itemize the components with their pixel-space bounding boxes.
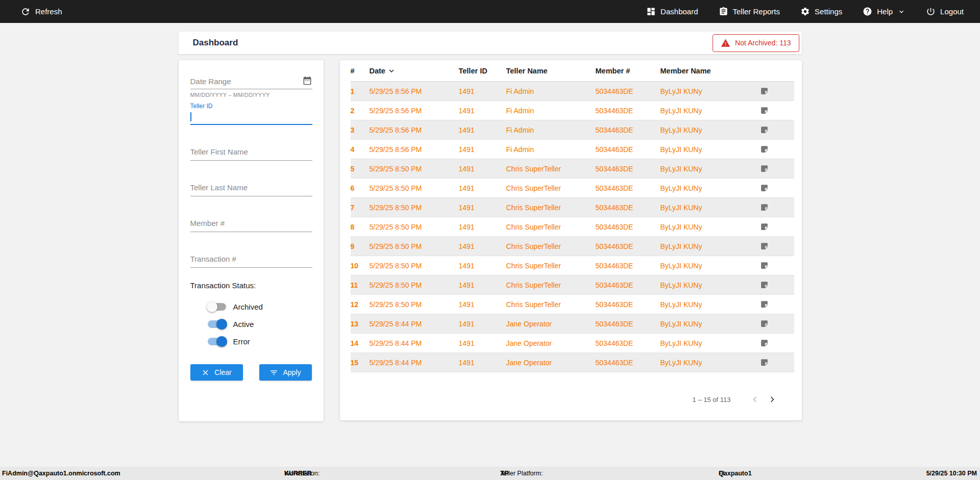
date-range-field[interactable] bbox=[190, 75, 312, 89]
note-icon[interactable] bbox=[760, 87, 769, 95]
note-icon[interactable] bbox=[760, 300, 769, 309]
note-icon[interactable] bbox=[760, 145, 769, 154]
chevron-right-icon bbox=[767, 394, 778, 405]
current-datetime: 5/29/25 10:30 PM bbox=[926, 470, 977, 477]
nav-dashboard-label: Dashboard bbox=[660, 7, 698, 16]
nav-logout[interactable]: Logout bbox=[926, 7, 964, 16]
column-header-date[interactable]: Date bbox=[370, 66, 459, 75]
row-member-name: ByLyJI KUNy bbox=[660, 359, 760, 367]
row-teller-name: Chris SuperTeller bbox=[506, 300, 596, 309]
member-number-field[interactable] bbox=[190, 219, 312, 232]
table-row[interactable]: 9 5/29/25 8:50 PM 1491 Chris SuperTeller… bbox=[351, 237, 794, 256]
row-member-name: ByLyJI KUNy bbox=[660, 223, 760, 231]
nav-help[interactable]: Help bbox=[863, 7, 905, 16]
note-icon[interactable] bbox=[760, 184, 769, 192]
nav-teller-reports[interactable]: Teller Reports bbox=[719, 7, 780, 16]
status-bar: FiAdmin@Qaxpauto1.onmicrosoft.com Workst… bbox=[0, 467, 980, 480]
table-row[interactable]: 10 5/29/25 8:50 PM 1491 Chris SuperTelle… bbox=[351, 256, 794, 275]
note-icon[interactable] bbox=[760, 164, 769, 173]
note-icon[interactable] bbox=[760, 358, 769, 367]
transaction-number-input[interactable] bbox=[190, 255, 312, 263]
table-header-row: # Date Teller ID Teller Name Member # Me… bbox=[351, 60, 794, 82]
row-date: 5/29/25 8:56 PM bbox=[370, 107, 459, 115]
status-toggle[interactable]: Active bbox=[208, 315, 312, 333]
row-teller-id: 1491 bbox=[459, 320, 506, 328]
chevron-down-icon bbox=[897, 8, 905, 16]
row-member-name: ByLyJI KUNy bbox=[660, 145, 760, 154]
clipboard-icon bbox=[719, 7, 728, 16]
row-teller-id: 1491 bbox=[459, 126, 506, 134]
table-row[interactable]: 4 5/29/25 8:56 PM 1491 Fi Admin 5034463D… bbox=[351, 140, 794, 159]
toggle-switch[interactable] bbox=[208, 303, 226, 311]
row-teller-name: Chris SuperTeller bbox=[506, 281, 596, 289]
table-row[interactable]: 6 5/29/25 8:50 PM 1491 Chris SuperTeller… bbox=[351, 179, 794, 198]
date-range-input[interactable] bbox=[190, 77, 298, 86]
status-toggle[interactable]: Error bbox=[208, 333, 312, 350]
row-teller-id: 1491 bbox=[459, 145, 506, 154]
row-member-num: 5034463DE bbox=[596, 242, 660, 250]
note-icon[interactable] bbox=[760, 106, 769, 115]
apply-button[interactable]: Apply bbox=[259, 364, 312, 381]
table-row[interactable]: 15 5/29/25 8:44 PM 1491 Jane Operator 50… bbox=[351, 353, 794, 372]
help-icon bbox=[863, 7, 872, 16]
table-row[interactable]: 2 5/29/25 8:56 PM 1491 Fi Admin 5034463D… bbox=[351, 101, 794, 120]
sort-descending-icon bbox=[387, 66, 396, 75]
member-number-input[interactable] bbox=[190, 219, 312, 228]
warning-icon bbox=[721, 38, 730, 48]
teller-last-name-field[interactable] bbox=[190, 183, 312, 196]
row-number: 9 bbox=[351, 242, 370, 250]
table-row[interactable]: 11 5/29/25 8:50 PM 1491 Chris SuperTelle… bbox=[351, 275, 794, 295]
row-number: 7 bbox=[351, 204, 370, 212]
next-page-button[interactable] bbox=[764, 391, 781, 408]
table-row[interactable]: 7 5/29/25 8:50 PM 1491 Chris SuperTeller… bbox=[351, 198, 794, 217]
row-member-num: 5034463DE bbox=[596, 165, 660, 173]
teller-first-name-input[interactable] bbox=[190, 147, 312, 156]
note-icon[interactable] bbox=[760, 203, 769, 212]
transaction-number-field[interactable] bbox=[190, 255, 312, 268]
row-teller-name: Chris SuperTeller bbox=[506, 223, 596, 231]
toggle-switch[interactable] bbox=[208, 338, 226, 345]
status-toggles: Archived Active Error bbox=[190, 298, 312, 350]
teller-first-name-field[interactable] bbox=[190, 147, 312, 161]
table-row[interactable]: 5 5/29/25 8:50 PM 1491 Chris SuperTeller… bbox=[351, 159, 794, 179]
toggle-switch[interactable] bbox=[208, 320, 226, 328]
table-row[interactable]: 14 5/29/25 8:44 PM 1491 Jane Operator 50… bbox=[351, 334, 794, 353]
row-date: 5/29/25 8:50 PM bbox=[370, 242, 459, 250]
row-number: 6 bbox=[351, 184, 370, 192]
note-icon[interactable] bbox=[760, 319, 769, 328]
column-header-member-num: Member # bbox=[596, 67, 660, 75]
row-member-name: ByLyJI KUNy bbox=[660, 262, 760, 270]
note-icon[interactable] bbox=[760, 261, 769, 270]
calendar-icon[interactable] bbox=[302, 75, 312, 86]
note-icon[interactable] bbox=[760, 125, 769, 134]
table-row[interactable]: 13 5/29/25 8:44 PM 1491 Jane Operator 50… bbox=[351, 314, 794, 334]
row-number: 2 bbox=[351, 107, 370, 115]
teller-id-field[interactable] bbox=[190, 110, 312, 125]
note-icon[interactable] bbox=[760, 222, 769, 231]
previous-page-button[interactable] bbox=[746, 391, 764, 408]
nav-settings[interactable]: Settings bbox=[800, 7, 842, 16]
teller-last-name-input[interactable] bbox=[190, 183, 312, 192]
close-icon bbox=[201, 368, 210, 377]
note-icon[interactable] bbox=[760, 339, 769, 347]
status-toggle[interactable]: Archived bbox=[208, 298, 312, 315]
not-archived-badge[interactable]: Not Archived: 113 bbox=[713, 34, 799, 52]
filter-icon bbox=[270, 368, 278, 377]
fi-value: Qaxpauto1 bbox=[719, 470, 752, 477]
row-number: 10 bbox=[351, 262, 370, 270]
row-member-num: 5034463DE bbox=[596, 204, 660, 212]
nav-dashboard[interactable]: Dashboard bbox=[646, 7, 698, 16]
table-row[interactable]: 3 5/29/25 8:56 PM 1491 Fi Admin 5034463D… bbox=[351, 120, 794, 140]
table-row[interactable]: 1 5/29/25 8:56 PM 1491 Fi Admin 5034463D… bbox=[351, 82, 794, 101]
not-archived-badge-label: Not Archived: 113 bbox=[735, 39, 791, 47]
table-row[interactable]: 12 5/29/25 8:50 PM 1491 Chris SuperTelle… bbox=[351, 295, 794, 314]
column-header-member-name: Member Name bbox=[660, 67, 760, 75]
row-date: 5/29/25 8:44 PM bbox=[370, 359, 459, 367]
table-row[interactable]: 8 5/29/25 8:50 PM 1491 Chris SuperTeller… bbox=[351, 217, 794, 237]
refresh-button[interactable]: Refresh bbox=[20, 7, 62, 17]
row-date: 5/29/25 8:56 PM bbox=[370, 126, 459, 134]
clear-button[interactable]: Clear bbox=[190, 364, 243, 381]
note-icon[interactable] bbox=[760, 242, 769, 250]
logged-in-user: FiAdmin@Qaxpauto1.onmicrosoft.com bbox=[2, 470, 120, 477]
note-icon[interactable] bbox=[760, 281, 769, 289]
